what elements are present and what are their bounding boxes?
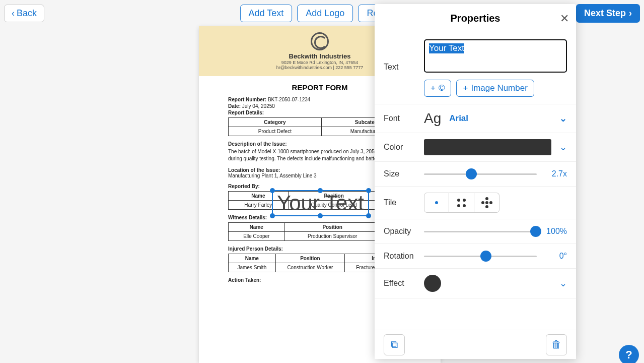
font-property: Font Ag Arial ⌄ [375,104,576,133]
th: Name [229,254,276,263]
delete-button[interactable]: 🗑 [546,334,567,355]
chevron-down-icon[interactable]: ⌄ [559,278,567,289]
text-label: Text [384,63,416,72]
trash-icon: 🗑 [551,339,561,350]
color-property: Color ⌄ [375,133,576,162]
font-label: Font [384,114,416,123]
panel-footer: ⧉ 🗑 [375,330,576,359]
date-label: Date: [228,103,241,109]
tile-option-grid[interactable] [449,193,474,213]
date-value: July 04, 20250 [242,103,275,109]
chevron-down-icon: ⌄ [559,113,567,124]
selected-text-element[interactable]: Your Text [272,190,369,216]
image-number-label: Image Number [471,83,527,93]
tile-property: Tile [375,187,576,219]
overlay-text: Your Text [277,191,364,215]
rotation-property: Rotation 0° [375,244,576,269]
td: Construction Worker [275,263,345,272]
th: Position [275,254,345,263]
tile-option-diamond[interactable] [474,193,499,213]
th-category: Category [229,118,322,127]
properties-panel: Properties ✕ Text Your Text +© +Image Nu… [375,4,576,359]
size-value: 2.7x [545,169,567,178]
tile-options [424,193,499,213]
opacity-label: Opacity [384,227,416,236]
td: James Smith [229,263,276,272]
resize-handle[interactable] [366,188,371,193]
chevron-down-icon[interactable]: ⌄ [559,142,567,153]
panel-title: Properties [451,13,500,24]
tile-option-single[interactable] [424,193,449,213]
details-label: Report Details: [228,110,264,115]
close-button[interactable]: ✕ [560,12,569,25]
rotation-value: 0° [545,252,567,261]
help-icon: ? [625,348,632,361]
effect-label: Effect [384,279,416,288]
resize-handle[interactable] [270,213,275,218]
color-label: Color [384,143,416,152]
color-swatch[interactable] [424,139,551,155]
chevron-right-icon: › [629,8,632,19]
close-icon: ✕ [560,12,569,25]
font-sample: Ag [424,110,441,127]
opacity-slider[interactable] [424,225,537,237]
font-name: Arial [449,113,468,124]
rotation-slider[interactable] [424,250,537,262]
resize-handle[interactable] [366,213,371,218]
next-step-button[interactable]: Next Step › [576,4,640,23]
size-slider[interactable] [424,168,537,180]
company-logo-icon [311,32,329,50]
panel-header: Properties ✕ [375,4,576,32]
chevron-left-icon: ‹ [12,8,15,19]
back-label: Back [17,8,37,19]
th: Name [229,223,285,232]
opacity-property: Opacity 100% [375,219,576,244]
effect-swatch[interactable] [424,275,441,292]
add-copyright-button[interactable]: +© [424,80,451,97]
td: Production Supervisor [284,232,380,241]
help-button[interactable]: ? [619,345,639,363]
text-input[interactable]: Your Text [424,39,567,73]
td-category: Product Defect [229,127,322,136]
layers-icon: ⧉ [391,339,398,350]
font-select[interactable]: Arial ⌄ [449,113,567,124]
resize-handle[interactable] [270,188,275,193]
report-number-value: BKT-2050-07-1234 [268,97,311,102]
size-property: Size 2.7x [375,162,576,187]
tile-label: Tile [384,198,416,207]
add-text-button[interactable]: Add Text [240,5,293,22]
text-property: Text Your Text +© +Image Number [375,32,576,104]
back-button[interactable]: ‹ Back [4,5,44,22]
effect-property: Effect ⌄ [375,269,576,298]
plus-icon: + [431,83,436,93]
duplicate-button[interactable]: ⧉ [384,334,405,355]
rotation-label: Rotation [384,252,416,261]
next-label: Next Step [584,8,626,19]
plus-icon: + [463,83,468,93]
th: Position [284,223,380,232]
report-number-label: Report Number: [228,97,266,102]
td: Elle Cooper [229,232,285,241]
add-logo-button[interactable]: Add Logo [297,5,353,22]
add-image-number-button[interactable]: +Image Number [456,80,534,97]
copyright-symbol: © [439,83,445,93]
size-label: Size [384,169,416,178]
opacity-value: 100% [545,227,567,236]
